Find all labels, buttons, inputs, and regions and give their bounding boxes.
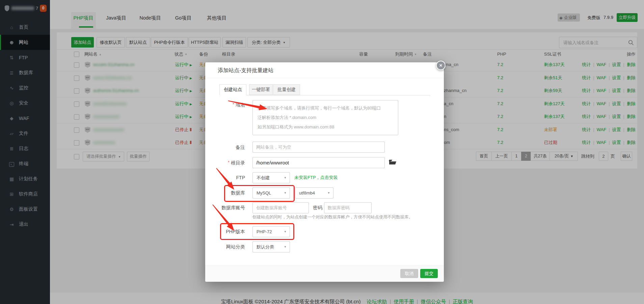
modal-tab-deploy[interactable]: 一键部署: [249, 84, 273, 95]
modal-title: 添加站点-支持批量建站: [218, 62, 273, 78]
field-label-db-password: 密码: [313, 204, 322, 211]
php-version-select[interactable]: PHP-72: [252, 226, 290, 237]
database-charset-select[interactable]: utf8mb4: [295, 187, 333, 199]
cancel-button[interactable]: 取消: [400, 269, 418, 278]
db-account-hint: 创建站点的同时，为站点创建一个对应的数据库帐户，方便不同站点使用不同数据库。: [252, 214, 413, 220]
field-label-php-version: PHP版本: [205, 228, 245, 235]
field-label-remark: 备注: [205, 144, 245, 151]
field-label-db-account: 数据库账号: [205, 204, 245, 211]
db-account-input[interactable]: [252, 202, 309, 213]
required-asterisk: *: [228, 160, 230, 165]
remark-input[interactable]: [252, 142, 385, 153]
field-label-category: 网站分类: [205, 243, 245, 250]
domain-textarea[interactable]: 如需填写多个域名，请换行填写，每行一个域名，默认为80端口 泛解析添加方法 *.…: [252, 100, 398, 135]
folder-picker-icon[interactable]: [389, 159, 396, 165]
ftp-select[interactable]: 不创建: [252, 172, 290, 183]
domain-placeholder-line1: 如需填写多个域名，请换行填写，每行一个域名，默认为80端口: [258, 103, 393, 113]
close-icon[interactable]: ×: [436, 61, 446, 70]
domain-placeholder-line3: 如另加端口格式为 www.domain.com:88: [258, 122, 393, 132]
bt-panel-page: 7 0 首页 网站 FTP 数据库 监控 安全 WAF 文件 日志 终端 计划任…: [0, 0, 644, 304]
ftp-install-link[interactable]: 未安装FTP，点击安装: [294, 174, 338, 181]
field-label-root: *根目录: [205, 159, 245, 166]
site-category-select[interactable]: 默认分类: [252, 241, 290, 252]
field-label-ftp: FTP: [205, 174, 245, 181]
field-label-database: 数据库: [205, 189, 245, 196]
required-asterisk: *: [233, 102, 234, 107]
database-type-select[interactable]: MySQL: [252, 187, 290, 199]
field-label-domain: *域名: [205, 101, 245, 108]
db-password-input[interactable]: [324, 202, 372, 213]
root-dir-input[interactable]: [252, 157, 385, 168]
modal-tab-batch[interactable]: 批量创建: [273, 84, 300, 95]
modal-tab-create[interactable]: 创建站点: [219, 84, 246, 95]
domain-placeholder-line2: 泛解析添加方法 *.domain.com: [258, 113, 393, 122]
add-site-modal: 添加站点-支持批量建站 × 创建站点 一键部署 批量创建 *域名 如需填写多个域…: [205, 62, 444, 281]
submit-button[interactable]: 提交: [420, 269, 438, 278]
